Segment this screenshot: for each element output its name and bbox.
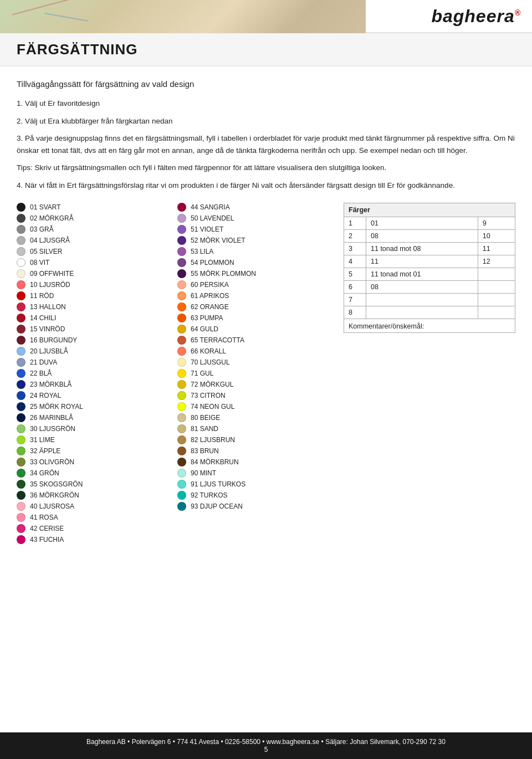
- color-dot: [17, 447, 25, 455]
- color-dot: [17, 513, 25, 522]
- page-title: FÄRGSÄTTNING: [17, 41, 515, 58]
- color-item: 23 MÖRKBLÅ: [17, 380, 177, 389]
- intro-subtitle: Tillvägagångssätt för färgsättning av va…: [17, 78, 515, 91]
- color-dot: [177, 347, 186, 356]
- color-item: 32 ÄPPLE: [17, 447, 177, 455]
- color-dot: [177, 225, 186, 234]
- color-label: 08 VIT: [30, 259, 49, 266]
- table-row: 511 tonad mot 01: [344, 268, 515, 280]
- color-dot: [17, 402, 25, 411]
- color-item: 93 DJUP OCEAN: [177, 502, 338, 511]
- color-label: 23 MÖRKBLÅ: [30, 381, 71, 388]
- logo-registered: ®: [515, 8, 521, 17]
- color-label: 92 TURKOS: [191, 491, 227, 499]
- color-label: 31 LIME: [30, 436, 55, 444]
- main-content: Tillvägagångssätt för färgsättning av va…: [0, 66, 532, 557]
- kommentar-row: Kommentarer/önskemål:: [344, 319, 515, 332]
- color-label: 41 ROSA: [30, 514, 58, 521]
- table-row: 41112: [344, 255, 515, 268]
- color-item: 13 HALLON: [17, 302, 177, 311]
- color-label: 09 OFFWHITE: [30, 270, 74, 278]
- color-dot: [17, 502, 25, 511]
- color-dot: [177, 402, 186, 411]
- color-dot: [177, 469, 186, 478]
- color-dot: [17, 458, 25, 466]
- color-dot: [17, 469, 25, 478]
- table-row: 8: [344, 306, 515, 319]
- color-item: 05 SILVER: [17, 247, 177, 256]
- color-label: 51 VIOLET: [191, 225, 223, 233]
- color-dot: [177, 203, 186, 212]
- color-label: 20 LJUSBLÅ: [30, 347, 68, 355]
- color-dot: [177, 258, 186, 267]
- color-label: 24 ROYAL: [30, 392, 61, 399]
- color-dot: [177, 314, 186, 322]
- color-dot: [17, 491, 25, 500]
- color-label: 62 ORANGE: [191, 303, 229, 311]
- color-label: 21 DUVA: [30, 358, 57, 366]
- color-dot: [17, 435, 25, 444]
- color-dot: [17, 302, 25, 311]
- color-label: 25 MÖRK ROYAL: [30, 403, 83, 411]
- color-item: 31 LIME: [17, 435, 177, 444]
- color-label: 42 CERISE: [30, 525, 64, 532]
- color-label: 74 NEON GUL: [191, 403, 234, 411]
- color-item: 51 VIOLET: [177, 225, 338, 234]
- color-item: 26 MARINBLÅ: [17, 413, 177, 422]
- color-label: 30 LJUSGRÖN: [30, 425, 75, 433]
- color-label: 22 BLÅ: [30, 370, 52, 377]
- color-label: 91 LJUS TURKOS: [191, 480, 245, 488]
- color-dot: [177, 413, 186, 422]
- color-item: 15 VINRÖD: [17, 325, 177, 334]
- intro-step2: 2. Välj ut Era klubbfärger från färgkart…: [17, 115, 515, 127]
- color-item: 65 TERRACOTTA: [177, 336, 338, 345]
- color-item: 63 PUMPA: [177, 314, 338, 322]
- color-item: 55 MÖRK PLOMMON: [177, 269, 338, 278]
- color-label: 32 ÄPPLE: [30, 447, 60, 455]
- color-item: 74 NEON GUL: [177, 402, 338, 411]
- color-dot: [17, 347, 25, 356]
- intro-tips: Tips: Skriv ut färgsättningsmallen och f…: [17, 162, 515, 174]
- color-label: 04 LJUSGRÅ: [30, 237, 70, 244]
- color-item: 36 MÖRKGRÖN: [17, 491, 177, 500]
- color-label: 11 RÖD: [30, 292, 54, 300]
- footer-text: Bagheera AB • Polervägen 6 • 774 41 Aves…: [86, 738, 446, 746]
- color-label: 10 LJUSRÖD: [30, 281, 70, 289]
- color-dot: [177, 502, 186, 511]
- color-dot: [17, 325, 25, 334]
- color-item: 91 LJUS TURKOS: [177, 480, 338, 489]
- color-dot: [177, 302, 186, 311]
- color-item: 41 ROSA: [17, 513, 177, 522]
- color-item: 54 PLOMMON: [177, 258, 338, 267]
- header-logo-area: bagheera®: [366, 0, 532, 32]
- color-dot: [17, 258, 25, 267]
- color-label: 73 CITRON: [191, 392, 226, 399]
- color-dot: [17, 280, 25, 289]
- color-item: 92 TURKOS: [177, 491, 338, 500]
- color-label: 70 LJUSGUL: [191, 358, 230, 366]
- table-row: 1019: [344, 217, 515, 229]
- color-label: 14 CHILI: [30, 314, 56, 322]
- color-label: 03 GRÅ: [30, 225, 54, 233]
- header-map-image: [0, 0, 366, 33]
- color-label: 01 SVART: [30, 203, 61, 211]
- color-dot: [177, 280, 186, 289]
- color-dot: [17, 535, 25, 544]
- color-label: 72 MÖRKGUL: [191, 381, 233, 388]
- color-item: 10 LJUSRÖD: [17, 280, 177, 289]
- color-label: 82 LJUSBRUN: [191, 436, 235, 444]
- color-dot: [177, 236, 186, 245]
- color-dot: [177, 391, 186, 400]
- table-row: 7: [344, 293, 515, 306]
- color-dot: [17, 203, 25, 212]
- color-dot: [177, 447, 186, 455]
- color-label: 13 HALLON: [30, 303, 66, 311]
- color-item: 80 BEIGE: [177, 413, 338, 422]
- color-dot: [17, 380, 25, 389]
- color-label: 50 LAVENDEL: [191, 214, 234, 222]
- color-item: 66 KORALL: [177, 347, 338, 356]
- color-dot: [17, 269, 25, 278]
- color-label: 54 PLOMMON: [191, 259, 234, 266]
- color-item: 35 SKOGSGRÖN: [17, 480, 177, 489]
- table-row: 608: [344, 280, 515, 293]
